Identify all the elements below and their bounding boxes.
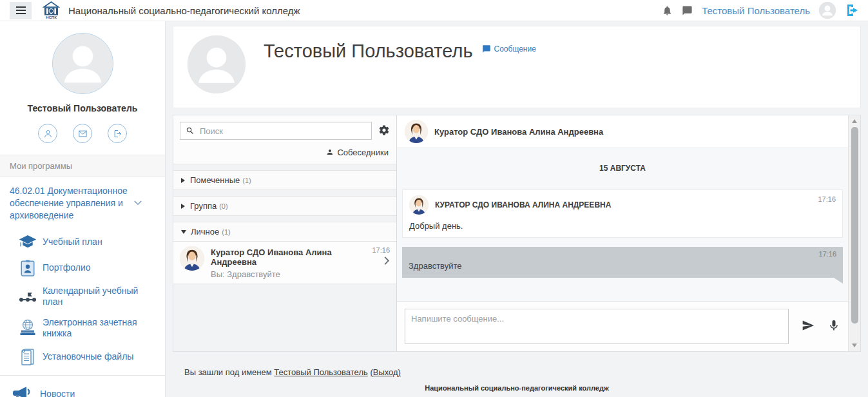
chat-scrollbar	[848, 115, 860, 351]
woman-avatar-icon	[180, 246, 204, 271]
gear-icon	[378, 124, 390, 136]
group-count: (1)	[222, 228, 230, 236]
person-silhouette-icon	[819, 2, 836, 19]
curator-avatar	[409, 195, 429, 215]
sidebar-item-label: Портфолио	[43, 262, 91, 274]
sidebar-item-calendar-plan[interactable]: Календарный учебный план	[0, 281, 165, 313]
woman-avatar-icon	[409, 195, 429, 215]
user-icon	[43, 129, 53, 139]
group-label: Помеченные	[190, 175, 240, 185]
logout-button[interactable]	[108, 124, 127, 143]
woman-avatar-icon	[405, 120, 428, 143]
sidebar-profile-actions	[0, 124, 165, 155]
login-prefix: Вы зашли под именем	[184, 367, 272, 377]
send-message-link[interactable]: Сообщение	[482, 44, 536, 99]
conversation-list-item[interactable]: Куратор СДО Иванова Алина Андреевна Вы: …	[173, 241, 396, 284]
topbar: НСПК Национальный социально-педагогическ…	[0, 0, 868, 21]
message-input[interactable]	[405, 309, 789, 344]
hamburger-menu-button[interactable]	[10, 2, 32, 19]
logout-icon	[113, 129, 122, 139]
triangle-right-icon	[181, 204, 185, 209]
search-icon	[186, 126, 195, 135]
conversations-panel: Собеседники Помеченные (1) Группа (0) Ли…	[173, 115, 397, 351]
message-time: 17:16	[409, 250, 836, 258]
triangle-right-icon	[181, 178, 185, 183]
date-divider: 15 АВГУСТА	[402, 164, 843, 173]
sidebar-profile-block: Тестовый Пользователь	[0, 21, 165, 155]
sidebar-user-avatar[interactable]	[52, 33, 113, 94]
topbar-title: Национальный социально-педагогический ко…	[68, 5, 300, 16]
topbar-right: Тестовый Пользователь	[662, 2, 860, 19]
contacts-tab[interactable]: Собеседники	[173, 145, 396, 164]
logged-in-user-link[interactable]: Тестовый Пользователь	[274, 367, 367, 377]
profile-header-card: Тестовый Пользователь Сообщение	[173, 26, 861, 108]
search-box[interactable]	[180, 122, 372, 140]
sidebar-item-news[interactable]: Новости	[0, 376, 165, 397]
conversation-meta: 17:16	[372, 246, 390, 279]
footer-login-info: Вы зашли под именем Тестовый Пользовател…	[184, 367, 401, 377]
group-label: Группа	[190, 201, 217, 211]
scroll-down-arrow-icon[interactable]	[852, 344, 857, 347]
topbar-user-avatar[interactable]	[819, 2, 836, 19]
sidebar-item-label: Учебный план	[43, 237, 102, 248]
logout-link[interactable]: (Выход)	[370, 367, 401, 377]
mail-button[interactable]	[73, 124, 92, 143]
person-silhouette-icon	[53, 34, 113, 93]
message-compose-bar	[397, 301, 848, 351]
message-text: Добрый день.	[409, 221, 836, 231]
sidebar-item-label: Новости	[40, 389, 75, 397]
sidebar-item-curriculum[interactable]: Учебный план	[0, 229, 165, 255]
group-group[interactable]: Группа (0)	[173, 196, 396, 216]
paper-plane-icon	[802, 319, 815, 332]
sidebar-program-item[interactable]: 46.02.01 Документационное обеспечение уп…	[0, 177, 165, 229]
group-private[interactable]: Личное (1)	[173, 222, 396, 241]
messages-bubble-icon[interactable]	[682, 5, 693, 16]
outgoing-message: 17:16 Здравствуйте	[402, 247, 843, 278]
search-input[interactable]	[200, 126, 366, 136]
profile-header-avatar	[188, 35, 246, 93]
profile-button[interactable]	[38, 124, 57, 143]
topbar-username-link[interactable]: Тестовый Пользователь	[702, 5, 810, 16]
chat-partner-name: Куратор СДО Иванова Алина Андреевна	[434, 127, 603, 137]
portfolio-id-card-icon	[18, 260, 37, 276]
sidebar-item-setup-files[interactable]: Установочные файлы	[0, 344, 165, 370]
send-message-label: Сообщение	[494, 44, 536, 53]
send-button[interactable]	[802, 319, 815, 334]
sidebar-item-label: Электронная зачетная книжка	[43, 317, 139, 340]
conversation-name: Куратор СДО Иванова Алина Андреевна	[211, 247, 368, 267]
chat-bubble-icon	[482, 44, 491, 53]
timeline-milestones-icon	[18, 288, 37, 305]
college-logo[interactable]: НСПК	[43, 1, 60, 19]
chat-messages-area: 15 АВГУСТА	[397, 148, 848, 301]
group-count: (1)	[242, 177, 251, 184]
logout-icon[interactable]	[845, 3, 860, 18]
sidebar: Тестовый Пользователь	[0, 21, 166, 397]
search-row	[173, 115, 396, 145]
scroll-up-arrow-icon[interactable]	[852, 119, 857, 123]
main-content: Тестовый Пользователь Сообщение	[166, 21, 868, 397]
svg-text:НСПК: НСПК	[46, 15, 57, 19]
message-time: 17:16	[818, 195, 836, 203]
settings-button[interactable]	[378, 124, 390, 138]
chat-panel: Куратор СДО Иванова Алина Андреевна 15 А…	[397, 115, 848, 351]
page-title: Тестовый Пользователь	[264, 41, 473, 99]
group-label: Личное	[191, 227, 219, 237]
envelope-icon	[78, 129, 88, 139]
scrollbar-thumb[interactable]	[851, 127, 858, 324]
voice-message-button[interactable]	[827, 319, 840, 334]
contacts-tab-label: Собеседники	[337, 148, 389, 157]
notifications-bell-icon[interactable]	[662, 5, 673, 16]
documents-icon	[18, 349, 37, 365]
microphone-icon	[827, 319, 840, 332]
group-starred[interactable]: Помеченные (1)	[173, 170, 396, 190]
sidebar-item-portfolio[interactable]: Портфолио	[0, 255, 165, 281]
sidebar-item-label: Установочные файлы	[43, 351, 133, 363]
chevron-right-icon	[384, 257, 390, 265]
curator-avatar	[180, 246, 204, 271]
chat-header: Куратор СДО Иванова Алина Андреевна	[397, 115, 848, 148]
chevron-down-icon	[134, 200, 142, 206]
megaphone-icon	[9, 385, 35, 397]
sidebar-item-gradebook[interactable]: Электронная зачетная книжка	[0, 313, 165, 344]
sidebar-item-label: Календарный учебный план	[43, 286, 159, 308]
message-text: Здравствуйте	[409, 261, 836, 271]
